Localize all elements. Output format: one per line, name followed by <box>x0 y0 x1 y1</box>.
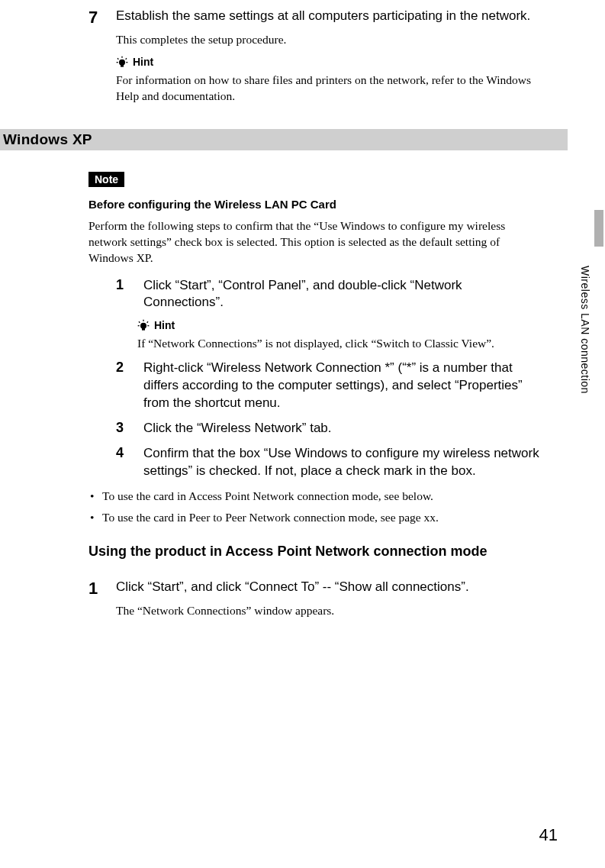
step-7-after-wrap: This completes the setup procedure. Hint <box>116 32 544 105</box>
svg-rect-6 <box>121 65 124 66</box>
hint-row: Hint <box>137 319 544 331</box>
note-body: Perform the following steps to confirm t… <box>88 218 544 266</box>
page-number: 41 <box>539 825 558 845</box>
side-tab-label: Wireless LAN connection <box>579 266 591 394</box>
step-1-hint-wrap: Hint If “Network Connections” is not dis… <box>137 319 544 352</box>
step-text: Confirm that the box “Use Windows to con… <box>143 445 544 480</box>
section-heading-bar: Windows XP <box>0 129 568 150</box>
side-tab-bar <box>594 210 603 247</box>
hint-icon <box>137 319 150 331</box>
svg-line-2 <box>117 58 118 59</box>
side-tab: Wireless LAN connection <box>558 221 574 397</box>
hint-body: If “Network Connections” is not displaye… <box>137 336 544 352</box>
hint-label: Hint <box>154 319 175 331</box>
step-number: 4 <box>116 445 143 480</box>
svg-rect-13 <box>143 328 145 330</box>
step-number: 1 <box>116 277 143 312</box>
step-number: 3 <box>116 420 143 437</box>
page: Wireless LAN connection 7 Establish the … <box>0 0 605 868</box>
step-number: 2 <box>116 360 143 412</box>
step-7: 7 Establish the same settings at all com… <box>88 8 544 27</box>
step-7-block: 7 Establish the same settings at all com… <box>88 8 544 105</box>
step-text: Right-click “Wireless Network Connection… <box>143 360 544 412</box>
note-title: Before configuring the Wireless LAN PC C… <box>88 198 544 211</box>
step-text: Click “Start”, and click “Connect To” --… <box>116 579 544 599</box>
subheading: Using the product in Access Point Networ… <box>88 543 544 560</box>
note-badge: Note <box>88 172 124 187</box>
svg-line-10 <box>147 322 148 323</box>
hint-body: For information on how to share files an… <box>116 73 544 105</box>
step-text: Click “Start”, “Control Panel”, and doub… <box>143 277 544 312</box>
bottom-step-after: The “Network Connections” window appears… <box>116 603 544 619</box>
bottom-step-1: 1 Click “Start”, and click “Connect To” … <box>88 579 544 599</box>
hint-label: Hint <box>133 56 153 68</box>
step-number: 7 <box>88 8 116 27</box>
step-1: 1 Click “Start”, “Control Panel”, and do… <box>116 277 544 312</box>
svg-point-7 <box>141 324 146 329</box>
step-number: 1 <box>88 579 116 599</box>
step-7-after: This completes the setup procedure. <box>116 32 544 48</box>
step-2: 2 Right-click “Wireless Network Connecti… <box>116 360 544 412</box>
step-3: 3 Click the “Wireless Network” tab. <box>116 420 544 437</box>
bullet-item: To use the card in Access Point Network … <box>88 489 544 503</box>
bullet-list: To use the card in Access Point Network … <box>88 489 544 524</box>
step-4: 4 Confirm that the box “Use Windows to c… <box>116 445 544 480</box>
step-text: Click the “Wireless Network” tab. <box>143 420 544 437</box>
step-text: Establish the same settings at all compu… <box>116 8 544 27</box>
note-block: Note Before configuring the Wireless LAN… <box>88 172 544 620</box>
svg-point-0 <box>120 60 125 65</box>
hint-icon <box>116 56 128 68</box>
hint-row: Hint <box>116 56 544 68</box>
steps-list: 1 Click “Start”, “Control Panel”, and do… <box>116 277 544 480</box>
svg-line-3 <box>126 58 127 59</box>
svg-line-9 <box>139 322 140 323</box>
bullet-item: To use the card in Peer to Peer Network … <box>88 511 544 524</box>
